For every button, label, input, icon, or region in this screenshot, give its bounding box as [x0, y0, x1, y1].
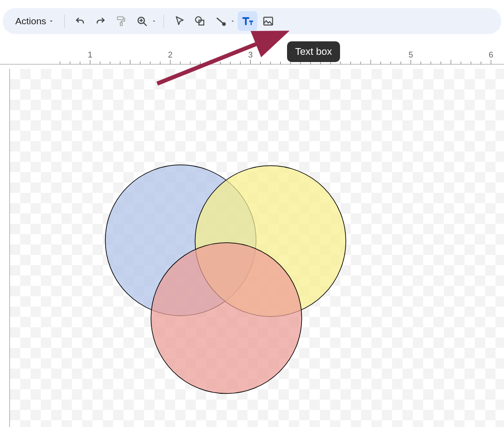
ruler-label: 2	[168, 50, 172, 59]
ruler-label: 3	[248, 50, 252, 59]
svg-line-3	[144, 23, 146, 26]
drawing-canvas[interactable]	[0, 69, 504, 427]
actions-menu[interactable]: Actions	[9, 13, 59, 29]
textbox-icon	[241, 14, 254, 28]
redo-icon	[95, 15, 106, 27]
redo-button[interactable]	[91, 11, 111, 31]
line-icon	[215, 15, 226, 27]
image-icon	[262, 15, 274, 27]
caret-down-icon	[230, 18, 235, 24]
undo-button[interactable]	[70, 11, 90, 31]
textbox-button[interactable]	[238, 11, 257, 31]
svg-rect-1	[120, 22, 122, 26]
tooltip: Text box	[287, 41, 340, 62]
paint-roller-icon	[115, 15, 127, 27]
shape-icon	[194, 15, 206, 27]
zoom-group	[132, 11, 158, 31]
tooltip-text: Text box	[295, 46, 332, 57]
cursor-icon	[173, 15, 185, 27]
svg-rect-0	[117, 17, 123, 20]
undo-icon	[74, 15, 86, 27]
line-button[interactable]	[211, 11, 230, 31]
zoom-icon	[136, 15, 148, 27]
zoom-dropdown[interactable]	[150, 11, 158, 31]
circle-red[interactable]	[151, 243, 302, 394]
select-button[interactable]	[169, 11, 189, 31]
ruler-label: 1	[88, 50, 92, 59]
venn-diagram	[10, 69, 504, 427]
actions-label: Actions	[15, 16, 46, 27]
ruler-label: 6	[489, 50, 493, 59]
svg-point-9	[223, 23, 225, 26]
separator	[164, 14, 164, 28]
separator	[64, 14, 65, 28]
ruler-label: 5	[408, 50, 413, 59]
caret-down-icon	[151, 18, 157, 24]
horizontal-ruler[interactable]: 123456	[0, 49, 504, 65]
line-group	[211, 11, 237, 31]
zoom-button[interactable]	[132, 11, 152, 31]
caret-down-icon	[48, 18, 54, 24]
image-button[interactable]	[258, 11, 278, 31]
line-dropdown[interactable]	[229, 11, 237, 31]
shape-button[interactable]	[190, 11, 210, 31]
toolbar: Actions	[3, 8, 501, 34]
paint-format-button[interactable]	[111, 11, 131, 31]
